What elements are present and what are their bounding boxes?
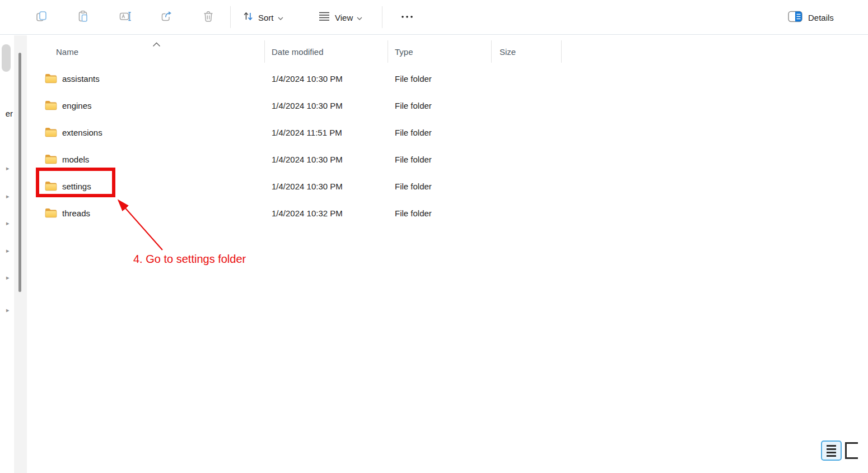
sort-ascending-caret-icon [152,39,161,49]
column-header-date-modified[interactable]: Date modified [265,40,388,63]
file-type: File folder [388,74,492,84]
column-header-row: Name Date modified Type Size [28,38,868,65]
file-list: Name Date modified Type Size assistants … [28,38,868,226]
file-date: 1/4/2024 10:30 PM [265,182,388,191]
copy-icon [35,10,48,25]
folder-icon [45,100,57,110]
tree-expand-chevron-icon[interactable]: ▸ [6,164,14,172]
share-button[interactable] [158,8,176,26]
tree-expand-chevron-icon[interactable]: ▸ [6,247,14,254]
file-row-extensions[interactable]: extensions 1/4/2024 11:51 PM File folder [28,119,868,146]
tree-expand-chevron-icon[interactable]: ▸ [6,219,14,227]
tree-expand-chevron-icon[interactable]: ▸ [6,273,14,281]
file-date: 1/4/2024 10:30 PM [265,101,388,110]
file-row-threads[interactable]: threads 1/4/2024 10:32 PM File folder [28,200,868,226]
copy-button[interactable] [32,8,50,26]
file-name: extensions [62,128,102,137]
tree-expand-chevron-icon[interactable]: ▸ [6,306,14,314]
file-row-assistants[interactable]: assistants 1/4/2024 10:30 PM File folder [28,65,868,92]
file-date: 1/4/2024 11:51 PM [265,128,388,137]
file-row-settings[interactable]: settings 1/4/2024 10:30 PM File folder [28,173,868,200]
delete-icon [202,10,215,25]
toolbar-separator [382,6,382,28]
annotation-label: 4. Go to settings folder [133,253,246,266]
view-icon [318,10,331,25]
ellipsis-icon [400,10,414,25]
column-header-size[interactable]: Size [492,40,562,63]
file-row-engines[interactable]: engines 1/4/2024 10:30 PM File folder [28,92,868,119]
large-icons-view-toggle[interactable] [845,442,858,459]
folder-icon [45,208,57,218]
folder-icon [45,154,57,164]
details-pane-icon [788,11,803,25]
tree-expand-chevron-icon[interactable]: ▸ [6,192,14,200]
folder-icon [45,127,57,137]
file-date: 1/4/2024 10:30 PM [265,74,388,84]
file-row-models[interactable]: models 1/4/2024 10:30 PM File folder [28,146,868,173]
paste-icon [77,10,90,25]
more-options-button[interactable] [398,8,416,26]
file-date: 1/4/2024 10:32 PM [265,208,388,218]
toolbar-separator [230,6,231,28]
file-type: File folder [388,182,492,191]
file-name: engines [62,101,92,110]
folder-icon [45,73,57,84]
toolbar: Sort View Details [0,0,868,35]
file-type: File folder [388,101,492,110]
view-label: View [335,13,353,22]
file-date: 1/4/2024 10:30 PM [265,155,388,164]
nav-clipped-text: er [1,109,13,120]
details-label: Details [808,13,834,22]
file-name: models [62,155,89,164]
column-header-name[interactable]: Name [28,40,265,63]
annotation-highlight-box [36,168,115,197]
file-name: assistants [62,74,100,84]
details-view-icon [827,445,836,447]
nav-pane-fragment [2,44,11,72]
sort-icon [242,10,254,25]
file-type: File folder [388,155,492,164]
file-type: File folder [388,208,492,218]
share-icon [160,10,174,25]
details-view-toggle[interactable] [821,440,842,461]
sort-label: Sort [258,13,274,22]
delete-button[interactable] [199,8,217,26]
rename-icon [119,10,132,25]
rename-button[interactable] [116,8,134,26]
paste-button[interactable] [74,8,92,26]
sort-dropdown[interactable]: Sort [240,8,286,27]
file-type: File folder [388,128,492,137]
column-header-type[interactable]: Type [388,40,492,63]
view-dropdown[interactable]: View [315,8,365,27]
file-name: threads [62,208,90,218]
chevron-down-icon [357,12,362,22]
details-pane-toggle[interactable]: Details [788,8,834,27]
chevron-down-icon [278,12,283,22]
nav-scrollbar[interactable] [18,53,21,292]
